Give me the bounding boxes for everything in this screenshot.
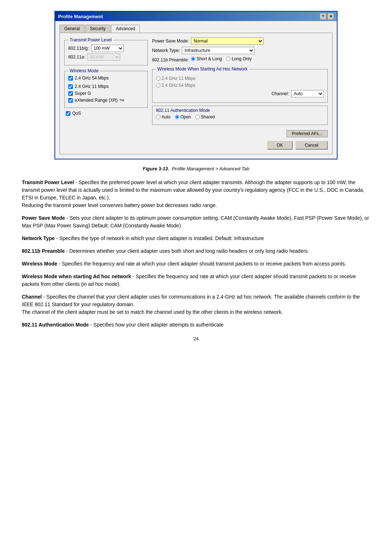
panel-right: Power Save Mode: Normal Fast PSP Max PSP…: [152, 37, 328, 137]
adhoc-radio-1: 2.4 GHz 54 Mbps: [156, 83, 324, 88]
cancel-button[interactable]: Cancel: [295, 141, 328, 150]
adhoc-radio-0: 2.4 GHz 11 Mbps: [156, 76, 324, 81]
bg-power-select[interactable]: 100 mW 50 mW 30 mW: [91, 45, 124, 52]
transmit-power-fieldset: Transmit Power Level 802.11b/g: 100 mW 5…: [64, 37, 148, 65]
help-icon[interactable]: ?: [320, 13, 326, 20]
body-content: Transmit Power Level - Specifies the pre…: [22, 179, 370, 329]
wm-label-1: 2.4 GHz 11 Mbps: [75, 84, 109, 89]
para-0: Transmit Power Level - Specifies the pre…: [22, 179, 370, 209]
auth-shared: Shared: [195, 114, 215, 119]
tab-general[interactable]: General: [60, 25, 85, 33]
preamble-row: 802.11b Preamble: Short & Long Long Only: [152, 56, 328, 64]
para-1: Power Save Mode - Sets your client adapt…: [22, 214, 370, 230]
para-5-term: Wireless Mode when starting Ad hoc netwo…: [22, 274, 131, 279]
tm-mark: TM: [119, 98, 124, 102]
para-6: Channel - Specifies the channel that you…: [22, 293, 370, 316]
tab-security[interactable]: Security: [85, 25, 110, 33]
power-save-row: Power Save Mode: Normal Fast PSP Max PSP…: [152, 37, 328, 45]
advanced-tab-panel: Transmit Power Level 802.11b/g: 100 mW 5…: [60, 33, 332, 154]
qos-check[interactable]: [66, 111, 70, 116]
adhoc-label-0: 2.4 GHz 11 Mbps: [162, 76, 195, 81]
page-number: 24: [22, 336, 370, 341]
auth-auto: Auto: [156, 114, 171, 119]
a-power-select[interactable]: 40 mW: [87, 53, 120, 61]
dialog-content: General Security Advanced Transmit Power…: [55, 21, 337, 159]
a-label: 802.11a:: [68, 54, 85, 60]
adhoc-label-1: 2.4 GHz 54 Mbps: [162, 83, 195, 88]
figure-text: Profile Management > Advanced Tab: [172, 166, 249, 171]
power-save-label: Power Save Mode:: [152, 39, 189, 44]
para-0-term: Transmit Power Level: [22, 179, 74, 185]
figure-label: Figure 3-13.: [143, 166, 169, 171]
preamble-radio-1[interactable]: [226, 57, 230, 61]
para-3-term: 802.11b Preamble: [22, 248, 65, 254]
wm-label-0: 2.4 GHz 54 Mbps: [75, 76, 109, 81]
auth-radio-0[interactable]: [156, 115, 160, 119]
wm-checkbox-3: eXtended Range (XR) TM: [68, 98, 144, 103]
preamble-long-only: Long Only: [226, 56, 252, 61]
para-2-term: Network Type: [22, 235, 55, 241]
auth-open: Open: [175, 114, 191, 119]
para-1-term: Power Save Mode: [22, 215, 65, 221]
wm-check-0[interactable]: [68, 76, 73, 81]
para-3: 802.11b Preamble - Determines whether yo…: [22, 247, 370, 255]
para-7-text: - Specifies how your client adapter atte…: [90, 322, 224, 328]
wm-checkbox-0: 2.4 GHz 54 Mbps: [68, 76, 144, 81]
para-4: Wireless Mode - Specifies the frequency …: [22, 260, 370, 268]
panel-row: Transmit Power Level 802.11b/g: 100 mW 5…: [64, 37, 328, 137]
wm-check-1[interactable]: [68, 84, 73, 89]
para-7-term: 802.11 Authentication Mode: [22, 322, 89, 328]
channel-label: Channel:: [271, 91, 289, 96]
auth-radio-group: Auto Open Shared: [156, 114, 324, 119]
titlebar-icons: ? ✕: [320, 13, 334, 20]
auth-radio-1[interactable]: [175, 115, 179, 119]
wm-check-2[interactable]: [68, 91, 73, 96]
a-power-row: 802.11a: 40 mW: [68, 53, 144, 61]
profile-management-dialog: Profile Management ? ✕ General Security …: [54, 11, 338, 159]
auth-legend: 802.11 Authentication Mode: [156, 108, 324, 113]
channel-select[interactable]: Auto 1234 611: [291, 90, 324, 97]
tab-advanced[interactable]: Advanced: [111, 25, 140, 33]
preamble-short-long: Short & Long: [191, 56, 222, 61]
adhoc-legend: Wireless Mode When Starting Ad Hoc Netwo…: [156, 66, 249, 72]
wm-checkbox-2: Super G: [68, 91, 144, 96]
para-3-text: - Determines whether your client adapter…: [66, 248, 309, 254]
dialog-title: Profile Management: [58, 14, 103, 19]
close-icon[interactable]: ✕: [327, 13, 334, 20]
tab-bar: General Security Advanced: [60, 25, 332, 33]
adhoc-radio-input-0[interactable]: [156, 76, 160, 81]
auth-radio-2[interactable]: [195, 115, 200, 119]
preferred-afs-button[interactable]: Preferred AFs...: [286, 130, 328, 137]
network-type-select[interactable]: Infrastructure Ad Hoc: [182, 47, 254, 54]
dialog-buttons: OK Cancel: [64, 141, 328, 150]
channel-row: Channel: Auto 1234 611: [156, 90, 324, 97]
wm-check-3[interactable]: [68, 98, 73, 103]
qos-label: QoS: [72, 111, 81, 116]
preamble-radio-0[interactable]: [191, 57, 195, 61]
auth-section: 802.11 Authentication Mode Auto Open: [152, 106, 328, 125]
preamble-radio-group: Short & Long Long Only: [191, 56, 252, 61]
para-7: 802.11 Authentication Mode - Specifies h…: [22, 321, 370, 329]
auth-label-2: Shared: [201, 114, 215, 119]
preamble-label-0: Short & Long: [196, 56, 222, 61]
wireless-mode-legend: Wireless Mode: [68, 68, 100, 73]
ok-button[interactable]: OK: [267, 141, 292, 150]
network-type-label: Network Type:: [152, 48, 180, 53]
bg-power-row: 802.11b/g: 100 mW 50 mW 30 mW: [68, 45, 144, 52]
dialog-titlebar: Profile Management ? ✕: [55, 12, 337, 21]
bg-label: 802.11b/g:: [68, 46, 89, 51]
para-4-term: Wireless Mode: [22, 261, 57, 267]
transmit-power-legend: Transmit Power Level: [68, 37, 113, 42]
para-6-text: - Specifies the channel that your client…: [22, 294, 360, 315]
wm-label-2: Super G: [75, 91, 91, 96]
wireless-mode-fieldset: Wireless Mode 2.4 GHz 54 Mbps 2.4 GHz 11…: [64, 68, 148, 108]
power-save-select[interactable]: Normal Fast PSP Max PSP CAM: [191, 37, 264, 45]
para-2: Network Type - Specifies the type of net…: [22, 235, 370, 242]
wm-label-3: eXtended Range (XR): [75, 98, 118, 103]
para-2-text: - Specifies the type of network in which…: [56, 235, 264, 241]
wm-checkbox-1: 2.4 GHz 11 Mbps: [68, 84, 144, 89]
network-type-row: Network Type: Infrastructure Ad Hoc: [152, 47, 328, 54]
adhoc-radio-input-1[interactable]: [156, 83, 160, 88]
auth-label-0: Auto: [162, 114, 171, 119]
panel-left: Transmit Power Level 802.11b/g: 100 mW 5…: [64, 37, 148, 137]
